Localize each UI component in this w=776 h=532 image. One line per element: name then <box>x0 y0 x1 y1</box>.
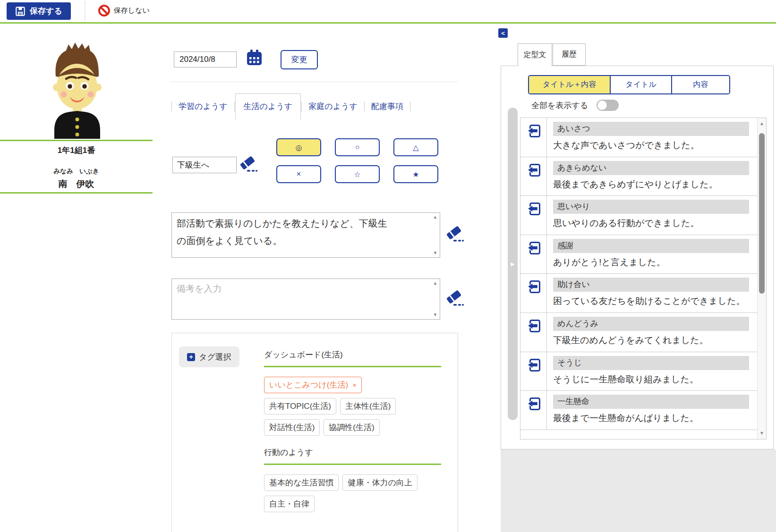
tag-group-title-2: 行動のようす <box>264 447 448 458</box>
scrollbar-thumb[interactable] <box>759 133 765 294</box>
erase-comment-icon[interactable] <box>444 224 464 244</box>
insert-template-button[interactable] <box>520 391 547 430</box>
insert-template-button[interactable] <box>520 235 547 274</box>
student-class-number: 1年1組1番 <box>0 145 153 156</box>
template-text: 感謝ありがとう!と言えました。 <box>547 235 766 274</box>
rating-button-6[interactable]: ★ <box>393 165 438 183</box>
tab-separator <box>234 101 235 111</box>
scroll-down-icon[interactable]: ▼ <box>758 431 766 436</box>
template-text: あきらめない最後まであきらめずにやりとげました。 <box>547 157 766 196</box>
tab-separator <box>301 101 302 111</box>
scroll-down-icon[interactable]: ▼ <box>433 251 438 255</box>
editor-tab-4[interactable]: 配慮事項 <box>365 101 409 112</box>
template-title: 助け合い <box>553 278 749 292</box>
tag-chip[interactable]: 対話性(生活) <box>264 419 320 436</box>
rating-button-3[interactable]: △ <box>393 138 438 156</box>
tag-group-title-1: ダッシュボード(生活) <box>264 349 448 360</box>
title-input[interactable] <box>172 157 237 173</box>
rating-button-2[interactable]: ○ <box>335 138 380 156</box>
template-content: 大きな声であいさつができました。 <box>553 139 749 152</box>
template-content: 思いやりのある行動ができました。 <box>553 217 749 230</box>
calendar-icon[interactable] <box>245 49 263 68</box>
tag-chip-label: 主体性(生活) <box>345 401 391 412</box>
tab-separator <box>364 101 365 111</box>
note-scrollbar[interactable]: ▲ ▼ <box>431 279 439 319</box>
template-list-scrollbar[interactable]: ▲ ▼ <box>757 118 766 439</box>
app-window: 保存する 保存しない <box>0 0 776 532</box>
template-content: そうじに一生懸命取り組みました。 <box>553 373 749 386</box>
show-all-toggle[interactable] <box>597 100 619 111</box>
insert-icon <box>527 202 541 216</box>
editor-tab-3[interactable]: 家庭のようす <box>302 101 364 112</box>
tag-chip-label: いいとこみつけ(生活) <box>269 380 348 390</box>
show-all-row: 全部を表示する <box>531 100 619 111</box>
panel-tab-templates[interactable]: 定型文 <box>518 43 552 66</box>
scroll-up-icon[interactable]: ▲ <box>758 121 766 126</box>
insert-template-button[interactable] <box>520 274 547 312</box>
remove-tag-icon[interactable]: × <box>352 381 357 389</box>
change-date-button[interactable]: 変更 <box>281 50 318 69</box>
insert-template-button[interactable] <box>520 196 547 235</box>
comment-textarea[interactable]: 部活動で素振りのしかたを教えたりなど、下級生の面倒をよく見ている。 ▲ ▼ <box>171 212 440 258</box>
plus-icon: + <box>187 353 195 361</box>
insert-template-button[interactable] <box>520 157 547 196</box>
insert-mode-3[interactable]: 内容 <box>671 76 729 93</box>
tag-chip-label: 基本的な生活習慣 <box>269 477 333 488</box>
tag-groups: ダッシュボード(生活)いいとこみつけ(生活)×共有TOPIC(生活)主体性(生活… <box>264 347 448 524</box>
tag-chip[interactable]: 健康・体力の向上 <box>342 474 417 491</box>
scroll-up-icon[interactable]: ▲ <box>433 215 438 220</box>
template-row: 一生懸命最後まで一生懸命がんばりました。 <box>520 391 766 430</box>
insert-mode-1[interactable]: タイトル＋内容 <box>529 76 610 93</box>
floppy-disk-icon <box>15 6 26 17</box>
tag-chip[interactable]: いいとこみつけ(生活)× <box>264 377 362 393</box>
erase-note-icon[interactable] <box>444 288 464 308</box>
insert-template-button[interactable] <box>520 118 547 157</box>
panel-resize-handle[interactable]: ▶ <box>508 108 518 420</box>
rating-button-5[interactable]: ☆ <box>335 165 380 183</box>
comment-scrollbar[interactable]: ▲ ▼ <box>431 213 439 257</box>
template-text: めんどうみ下級生のめんどうをみてくれました。 <box>547 313 766 352</box>
toolbar-underline <box>0 22 776 24</box>
scroll-up-icon[interactable]: ▲ <box>433 281 438 286</box>
template-text: 思いやり思いやりのある行動ができました。 <box>547 196 766 235</box>
editor-tab-1[interactable]: 学習のようす <box>172 101 234 112</box>
template-row: あいさつ大きな声であいさつができました。 <box>520 118 766 157</box>
tag-select-button[interactable]: + タグ選択 <box>179 346 239 367</box>
tag-chip[interactable]: 自主・自律 <box>264 496 315 512</box>
discard-button[interactable]: 保存しない <box>95 4 153 17</box>
tag-group-underline <box>264 366 441 367</box>
note-placeholder: 備考を入力 <box>177 283 421 295</box>
collapse-panel-button[interactable]: < <box>498 28 508 38</box>
date-input[interactable] <box>174 51 237 68</box>
tag-chip-label: 共有TOPIC(生活) <box>269 401 331 412</box>
template-title: 一生懸命 <box>553 395 749 409</box>
tag-chip[interactable]: 協調性(生活) <box>324 419 379 436</box>
insert-template-button[interactable] <box>520 313 547 352</box>
student-avatar <box>45 42 109 141</box>
comment-text: 部活動で素振りのしかたを教えたりなど、下級生の面倒をよく見ている。 <box>177 215 391 250</box>
template-row: 思いやり思いやりのある行動ができました。 <box>520 196 766 235</box>
toggle-knob <box>597 100 607 110</box>
editor-tab-2[interactable]: 生活のようす <box>235 93 301 119</box>
tag-chip[interactable]: 主体性(生活) <box>340 398 396 414</box>
scroll-down-icon[interactable]: ▼ <box>433 312 438 317</box>
note-textarea[interactable]: 備考を入力 ▲ ▼ <box>171 279 440 320</box>
editor-divider <box>170 82 458 82</box>
template-content: 最後まであきらめずにやりとげました。 <box>553 178 749 191</box>
panel-tab-history[interactable]: 履歴 <box>553 43 586 66</box>
insert-template-button[interactable] <box>520 352 547 391</box>
tag-chip[interactable]: 基本的な生活習慣 <box>264 474 339 491</box>
rating-button-1[interactable]: ◎ <box>276 138 321 156</box>
insert-mode-2[interactable]: タイトル <box>610 76 671 93</box>
template-row: 助け合い困っている友だちを助けることができました。 <box>520 274 766 313</box>
erase-title-icon[interactable] <box>238 154 258 174</box>
show-all-label: 全部を表示する <box>531 100 588 111</box>
discard-button-label: 保存しない <box>114 6 150 15</box>
tag-chip[interactable]: 共有TOPIC(生活) <box>264 398 336 414</box>
rating-button-4[interactable]: × <box>276 165 321 183</box>
insert-icon <box>527 163 541 177</box>
save-button[interactable]: 保存する <box>7 2 71 20</box>
template-text: あいさつ大きな声であいさつができました。 <box>547 118 766 157</box>
template-content: ありがとう!と言えました。 <box>553 256 749 269</box>
insert-icon <box>527 124 541 138</box>
